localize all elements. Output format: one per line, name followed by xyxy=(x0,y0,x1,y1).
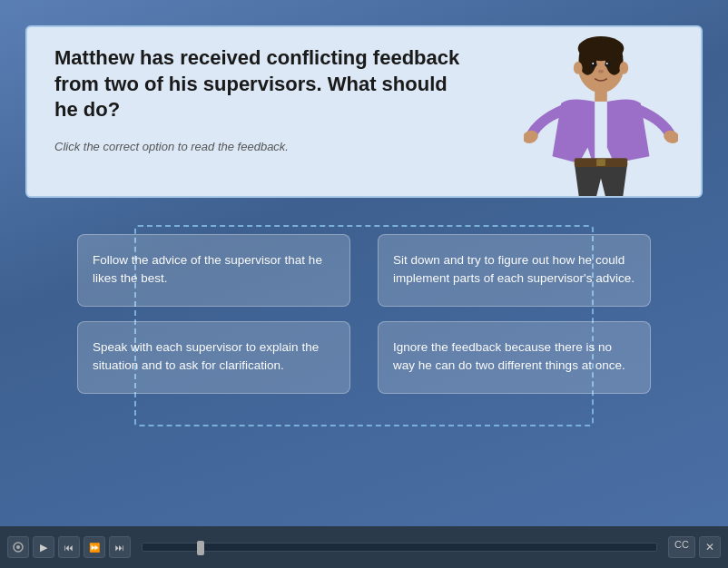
svg-point-14 xyxy=(574,62,583,74)
svg-rect-8 xyxy=(596,159,605,166)
header-card: Matthew has received conflicting feedbac… xyxy=(25,25,703,198)
header-title: Matthew has received conflicting feedbac… xyxy=(54,45,472,123)
option-card-3[interactable]: Speak with each supervisor to explain th… xyxy=(77,321,350,394)
svg-point-17 xyxy=(16,545,20,549)
option-card-1[interactable]: Follow the advice of the supervisor that… xyxy=(77,234,350,307)
person-image xyxy=(519,28,683,196)
svg-rect-1 xyxy=(595,87,607,102)
settings-icon xyxy=(12,541,25,553)
option-1-text: Follow the advice of the supervisor that… xyxy=(93,253,322,285)
rewind-icon: ⏮ xyxy=(64,543,74,553)
svg-point-9 xyxy=(591,62,597,67)
progress-thumb[interactable] xyxy=(197,541,204,555)
main-content: Matthew has received conflicting feedbac… xyxy=(0,0,728,526)
play-button[interactable]: ▶ xyxy=(33,536,54,558)
toolbar-right-buttons: CC ✕ xyxy=(668,536,721,558)
progress-bar[interactable] xyxy=(142,543,657,552)
close-icon: ✕ xyxy=(705,541,714,553)
fastforward-button[interactable]: ⏩ xyxy=(84,536,105,558)
option-card-2[interactable]: Sit down and try to figure out how he co… xyxy=(378,234,651,307)
option-2-text: Sit down and try to figure out how he co… xyxy=(393,253,635,285)
cc-label: CC xyxy=(674,539,689,550)
skip-button[interactable]: ⏭ xyxy=(109,536,131,558)
svg-point-13 xyxy=(598,70,604,73)
option-card-4[interactable]: Ignore the feedback because there is no … xyxy=(378,321,651,394)
close-button[interactable]: ✕ xyxy=(699,536,721,558)
svg-point-10 xyxy=(605,62,611,67)
svg-point-15 xyxy=(619,62,628,74)
option-4-text: Ignore the feedback because there is no … xyxy=(393,340,625,372)
header-text-area: Matthew has received conflicting feedbac… xyxy=(54,45,472,153)
character-illustration xyxy=(524,33,678,196)
cc-button[interactable]: CC xyxy=(668,536,695,558)
toolbar: ▶ ⏮ ⏩ ⏭ CC ✕ xyxy=(0,526,728,568)
options-grid: Follow the advice of the supervisor that… xyxy=(77,234,651,394)
svg-point-11 xyxy=(592,63,594,64)
rewind-button[interactable]: ⏮ xyxy=(58,536,80,558)
skip-icon: ⏭ xyxy=(115,543,124,553)
fastforward-icon: ⏩ xyxy=(89,543,100,553)
header-subtitle: Click the correct option to read the fee… xyxy=(54,140,472,153)
svg-point-12 xyxy=(606,63,608,64)
option-3-text: Speak with each supervisor to explain th… xyxy=(93,340,319,372)
play-icon: ▶ xyxy=(40,542,47,553)
settings-button[interactable] xyxy=(7,536,29,558)
